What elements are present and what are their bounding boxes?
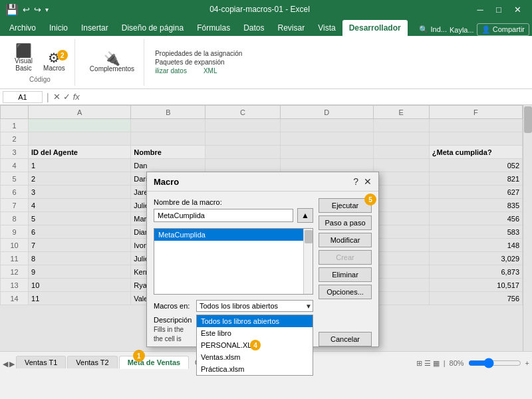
- macro-dialog: Macro ? ✕ Nombre de la macro: ▲: [146, 172, 379, 347]
- title-bar-controls: ─ □ ✕: [471, 0, 527, 19]
- zoom-slider[interactable]: [468, 358, 521, 368]
- modal-overlay: Macro ? ✕ Nombre de la macro: ▲: [0, 105, 532, 351]
- badge-2: 2: [57, 50, 68, 61]
- ejecutar-button[interactable]: Ejecutar 5: [319, 198, 372, 213]
- vba-icon: ⬛: [15, 44, 32, 57]
- name-box[interactable]: [3, 91, 43, 103]
- complementos-button[interactable]: 🔌 Complementos: [86, 49, 138, 75]
- macro-list[interactable]: MetaCumplida: [154, 228, 313, 295]
- modal-left-panel: Nombre de la macro: ▲ MetaCumplida: [154, 198, 313, 346]
- modificar-button[interactable]: Modificar: [319, 233, 372, 247]
- ribbon-tabs: Archivo Inicio Insertar Diseño de página…: [0, 19, 532, 36]
- spacer: [319, 302, 372, 329]
- ejecutar-label: Ejecutar: [332, 201, 358, 209]
- visual-basic-button[interactable]: ⬛ VisualBasic: [11, 41, 37, 74]
- paso-a-paso-label: Paso a paso: [325, 219, 365, 227]
- excel-icon: 💾: [5, 3, 19, 16]
- ribbon-ind[interactable]: 🔍 Ind...: [419, 25, 447, 34]
- cancelar-button[interactable]: Cancelar: [319, 332, 372, 346]
- macros-button[interactable]: ⚙ Macros 2: [39, 49, 69, 74]
- ribbon-right-items: 🔍 Ind... Kayla... 👤 Compartir: [419, 23, 529, 36]
- eliminar-button[interactable]: Eliminar: [319, 267, 372, 282]
- badge-4: 4: [250, 340, 261, 350]
- sheet-tab-ventas-t2[interactable]: Ventas T2: [67, 356, 117, 368]
- opciones-label: Opciones...: [327, 288, 364, 296]
- modal-title-icons: ? ✕: [353, 176, 372, 187]
- minimize-button[interactable]: ─: [471, 0, 489, 19]
- tab-datos[interactable]: Datos: [237, 20, 271, 36]
- tab-diseno[interactable]: Diseño de página: [115, 20, 190, 36]
- status-view-icons[interactable]: ⊞ ☰ ▦: [416, 359, 440, 368]
- confirm-formula-icon[interactable]: ✓: [63, 92, 70, 102]
- ribbon-share[interactable]: 👤 Compartir: [477, 23, 529, 36]
- dropdown-item-este[interactable]: Este libro: [197, 327, 313, 339]
- title-bar: 💾 ↩ ↪ ▾ 04-copiar-macros-01 - Excel ─ □ …: [0, 0, 532, 19]
- modal-title-bar: Macro ? ✕: [147, 172, 378, 192]
- close-button[interactable]: ✕: [508, 0, 527, 19]
- sheet-tab-ventas-t1[interactable]: Ventas T1: [16, 356, 66, 368]
- crear-button[interactable]: Crear: [319, 250, 372, 265]
- title-bar-title: 04-copiar-macros-01 - Excel: [49, 5, 471, 14]
- macro-name-row: ▲: [154, 208, 313, 223]
- modal-help-icon[interactable]: ?: [353, 176, 358, 187]
- tab-insertar[interactable]: Insertar: [74, 20, 115, 36]
- formula-separator: |: [45, 92, 51, 102]
- macro-name-section: Nombre de la macro: ▲: [154, 198, 313, 223]
- macro-name-label: Nombre de la macro:: [154, 198, 313, 206]
- ribbon-group-addins: 🔌 Complementos: [80, 39, 144, 86]
- sheet-tab-meta-ventas[interactable]: Meta de Ventas 1: [119, 356, 189, 369]
- modal-content: Nombre de la macro: ▲ MetaCumplida: [147, 192, 378, 346]
- macros-en-select[interactable]: Todos los libros abiertos Este libro PER…: [196, 300, 313, 312]
- modal-title: Macro: [154, 177, 179, 187]
- ribbon-bar: ⬛ VisualBasic ⚙ Macros 2 Código 🔌 Comple…: [0, 36, 532, 89]
- formula-input[interactable]: [82, 93, 529, 101]
- macros-en-label: Macros en:: [154, 302, 194, 310]
- opciones-button[interactable]: Opciones...: [319, 285, 372, 299]
- cancelar-label: Cancelar: [331, 335, 360, 343]
- modificar-label: Modificar: [331, 236, 360, 244]
- eliminar-label: Eliminar: [332, 271, 358, 279]
- scroll-right-tab-icon[interactable]: ▶: [9, 360, 15, 368]
- dropdown-item-personal[interactable]: PERSONAL.XLS 4: [197, 339, 313, 351]
- dropdown-item-ventas[interactable]: Ventas.xlsm: [197, 351, 313, 363]
- status-separator: |: [444, 359, 446, 367]
- badge-5: 5: [364, 194, 376, 205]
- tab-archivo[interactable]: Archivo: [3, 20, 43, 36]
- dropdown-open-list[interactable]: Todos los libros abiertos Este libro PER…: [196, 315, 313, 376]
- vba-label: VisualBasic: [15, 57, 33, 72]
- tab-formulas[interactable]: Fórmulas: [190, 20, 237, 36]
- zoom-level: 80%: [450, 359, 464, 367]
- modal-close-icon[interactable]: ✕: [364, 176, 372, 187]
- macros-en-dropdown-wrapper: Todos los libros abiertos Este libro PER…: [196, 300, 313, 312]
- scroll-left-tab-icon[interactable]: ◀: [3, 360, 8, 368]
- cancel-formula-icon[interactable]: ✕: [53, 92, 61, 102]
- tab-revisar[interactable]: Revisar: [271, 20, 312, 36]
- ribbon-group-controls: Propiedades de la asignación Paquetes de…: [150, 39, 247, 86]
- modal-right-panel: Ejecutar 5 Paso a paso Modificar Crear E…: [313, 198, 372, 346]
- macros-en-row: Macros en: Todos los libros abiertos Est…: [154, 300, 313, 312]
- zoom-plus[interactable]: +: [525, 359, 529, 367]
- maximize-button[interactable]: □: [489, 0, 508, 19]
- ribbon-user[interactable]: Kayla...: [450, 26, 474, 34]
- macro-list-item-metacumplida[interactable]: MetaCumplida: [154, 229, 313, 241]
- undo-icon[interactable]: ↩: [23, 5, 30, 15]
- macro-name-input[interactable]: [154, 209, 293, 222]
- dropdown-item-todos[interactable]: Todos los libros abiertos: [197, 315, 313, 327]
- macros-label: Macros: [43, 65, 65, 72]
- ribbon-group-code: ⬛ VisualBasic ⚙ Macros 2 Código: [5, 39, 75, 86]
- main-area: A B C D E F 1: [0, 105, 532, 351]
- crear-label: Crear: [336, 253, 354, 261]
- badge-1: 1: [133, 350, 145, 362]
- tab-desarrollador[interactable]: Desarrollador: [342, 20, 408, 36]
- redo-icon[interactable]: ↪: [34, 5, 41, 15]
- formula-bar: | ✕ ✓ fx: [0, 89, 532, 105]
- paso-a-paso-button[interactable]: Paso a paso: [319, 215, 372, 230]
- upload-button[interactable]: ▲: [297, 208, 313, 223]
- tab-inicio[interactable]: Inicio: [43, 20, 74, 36]
- function-icon[interactable]: fx: [73, 92, 80, 102]
- list-scrollbar[interactable]: [303, 229, 313, 294]
- list-scroll-thumb[interactable]: [305, 230, 313, 243]
- complementos-label: Complementos: [90, 65, 134, 72]
- tab-vista[interactable]: Vista: [311, 20, 342, 36]
- dropdown-item-practica[interactable]: Práctica.xlsm: [197, 363, 313, 375]
